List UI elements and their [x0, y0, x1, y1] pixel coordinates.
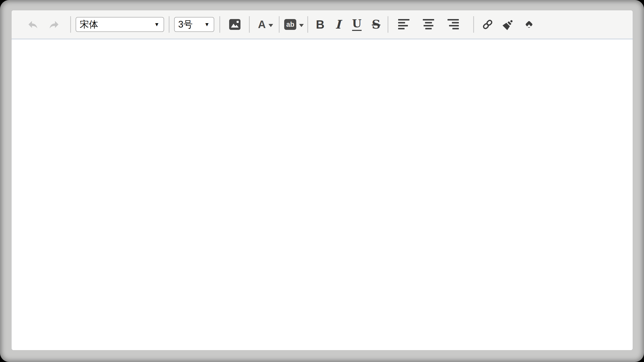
toolbar-separator	[219, 16, 220, 33]
caret-down-icon	[269, 24, 273, 27]
italic-icon: I	[335, 18, 341, 31]
link-icon	[482, 19, 493, 30]
editor-toolbar: 宋体 ▼ 3号 ▼	[12, 10, 633, 39]
toolbar-separator	[70, 16, 71, 33]
toolbar-separator	[473, 16, 474, 33]
strikethrough-button[interactable]: S	[372, 14, 380, 35]
toolbar-separator	[388, 16, 388, 33]
undo-button[interactable]	[27, 14, 39, 35]
redo-button[interactable]	[48, 14, 60, 35]
font-color-button[interactable]: A	[258, 14, 273, 35]
image-icon	[229, 19, 241, 30]
insert-image-button[interactable]	[229, 14, 241, 35]
align-center-button[interactable]	[423, 14, 434, 35]
bold-icon: B	[316, 18, 324, 31]
toolbar-separator	[279, 16, 280, 33]
font-family-value: 宋体	[80, 18, 151, 31]
highlight-color-button[interactable]: ab	[284, 14, 304, 35]
eraser-icon	[523, 19, 535, 30]
redo-icon	[48, 19, 60, 30]
align-right-icon	[448, 19, 459, 30]
toolbar-separator	[249, 16, 250, 33]
undo-icon	[27, 19, 39, 30]
eraser-button[interactable]	[523, 14, 535, 35]
editor-content[interactable]	[12, 39, 633, 350]
underline-button[interactable]: U	[352, 14, 362, 35]
highlight-icon: ab	[284, 19, 296, 30]
format-brush-icon	[502, 19, 514, 30]
align-left-button[interactable]	[398, 14, 409, 35]
strikethrough-icon: S	[372, 18, 380, 31]
bold-button[interactable]: B	[316, 14, 324, 35]
font-color-label: A	[258, 19, 266, 30]
format-brush-button[interactable]	[502, 14, 514, 35]
align-left-icon	[398, 19, 409, 30]
font-family-select[interactable]: 宋体 ▼	[76, 17, 164, 32]
toolbar-separator	[307, 16, 308, 33]
dropdown-caret-icon: ▼	[154, 21, 159, 28]
caret-down-icon	[299, 24, 304, 27]
underline-icon: U	[352, 18, 362, 31]
align-right-button[interactable]	[448, 14, 459, 35]
toolbar-separator	[169, 16, 169, 33]
font-size-value: 3号	[178, 18, 202, 31]
italic-button[interactable]: I	[335, 14, 341, 35]
font-size-select[interactable]: 3号 ▼	[174, 17, 214, 32]
align-center-icon	[423, 19, 434, 30]
dropdown-caret-icon: ▼	[204, 21, 210, 28]
insert-link-button[interactable]	[482, 14, 493, 35]
screenshot-stage: 宋体 ▼ 3号 ▼	[0, 0, 644, 362]
editor-window: 宋体 ▼ 3号 ▼	[12, 10, 633, 350]
